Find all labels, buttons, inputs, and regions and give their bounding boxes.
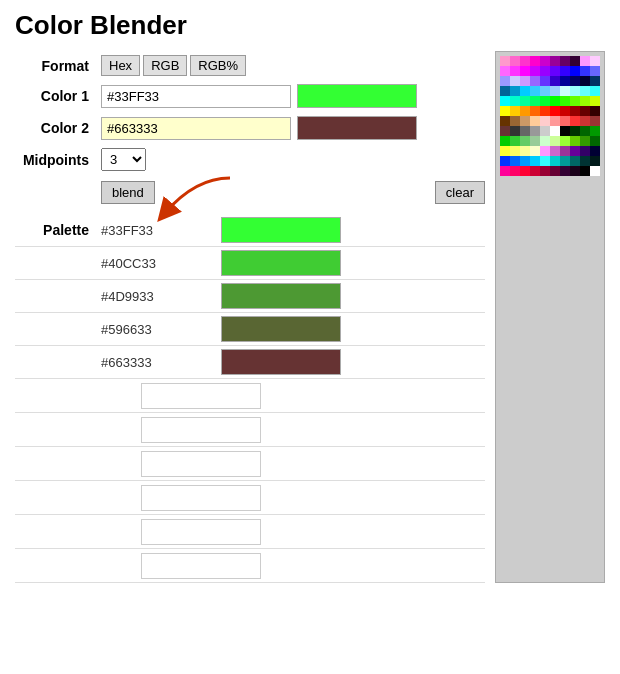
color-cell[interactable] [560,106,570,116]
format-hex-button[interactable]: Hex [101,55,140,76]
color-cell[interactable] [510,126,520,136]
color-cell[interactable] [590,146,600,156]
color-cell[interactable] [590,96,600,106]
color-cell[interactable] [520,96,530,106]
color-cell[interactable] [530,106,540,116]
color-cell[interactable] [550,86,560,96]
color-cell[interactable] [530,166,540,176]
color-cell[interactable] [590,136,600,146]
color-cell[interactable] [530,136,540,146]
color-cell[interactable] [570,156,580,166]
color-cell[interactable] [550,56,560,66]
color-grid[interactable] [500,56,600,176]
color-cell[interactable] [550,136,560,146]
color-cell[interactable] [590,156,600,166]
color-cell[interactable] [520,56,530,66]
color-cell[interactable] [580,126,590,136]
color-cell[interactable] [580,76,590,86]
color-cell[interactable] [590,76,600,86]
color-cell[interactable] [570,76,580,86]
color-cell[interactable] [510,156,520,166]
color-cell[interactable] [520,116,530,126]
color-cell[interactable] [500,136,510,146]
color-cell[interactable] [580,106,590,116]
clear-button[interactable]: clear [435,181,485,204]
color-cell[interactable] [550,146,560,156]
color-cell[interactable] [500,76,510,86]
color-cell[interactable] [580,146,590,156]
color-cell[interactable] [510,136,520,146]
color-cell[interactable] [520,76,530,86]
color-cell[interactable] [590,106,600,116]
color1-input[interactable] [101,85,291,108]
color-cell[interactable] [560,56,570,66]
color-cell[interactable] [510,56,520,66]
color-cell[interactable] [530,86,540,96]
color-cell[interactable] [530,126,540,136]
color-cell[interactable] [590,126,600,136]
color-cell[interactable] [590,56,600,66]
color-cell[interactable] [590,86,600,96]
color-cell[interactable] [560,86,570,96]
format-rgbpct-button[interactable]: RGB% [190,55,246,76]
color-cell[interactable] [550,166,560,176]
color-cell[interactable] [570,86,580,96]
color-cell[interactable] [510,116,520,126]
color-cell[interactable] [570,56,580,66]
color-cell[interactable] [580,116,590,126]
color-cell[interactable] [520,126,530,136]
color-cell[interactable] [540,136,550,146]
color-cell[interactable] [510,166,520,176]
color-cell[interactable] [530,56,540,66]
palette-swatch-0[interactable] [221,217,341,243]
color-cell[interactable] [520,166,530,176]
midpoints-select[interactable]: 0 1 2 3 4 5 6 7 8 9 10 [101,148,146,171]
color-cell[interactable] [500,86,510,96]
color-cell[interactable] [550,66,560,76]
color-cell[interactable] [590,66,600,76]
color-cell[interactable] [530,156,540,166]
color-cell[interactable] [540,146,550,156]
color-cell[interactable] [580,56,590,66]
color-cell[interactable] [500,96,510,106]
palette-swatch-2[interactable] [221,283,341,309]
color-cell[interactable] [540,126,550,136]
color-cell[interactable] [500,106,510,116]
color-cell[interactable] [560,166,570,176]
color-cell[interactable] [540,116,550,126]
color-cell[interactable] [580,66,590,76]
color-cell[interactable] [510,106,520,116]
color-cell[interactable] [500,156,510,166]
color-cell[interactable] [530,66,540,76]
color2-input[interactable] [101,117,291,140]
color-cell[interactable] [510,96,520,106]
color-cell[interactable] [550,156,560,166]
color-cell[interactable] [540,166,550,176]
color-cell[interactable] [530,146,540,156]
color-cell[interactable] [500,56,510,66]
color-cell[interactable] [500,166,510,176]
color-cell[interactable] [560,66,570,76]
color-cell[interactable] [590,166,600,176]
color-cell[interactable] [540,76,550,86]
color-cell[interactable] [560,96,570,106]
color-cell[interactable] [530,96,540,106]
color-cell[interactable] [540,156,550,166]
color-cell[interactable] [510,66,520,76]
color-cell[interactable] [540,86,550,96]
color-cell[interactable] [570,136,580,146]
format-rgb-button[interactable]: RGB [143,55,187,76]
color-cell[interactable] [520,156,530,166]
color-cell[interactable] [570,166,580,176]
palette-swatch-1[interactable] [221,250,341,276]
color-cell[interactable] [580,96,590,106]
color-cell[interactable] [570,66,580,76]
color-cell[interactable] [520,146,530,156]
color-cell[interactable] [510,76,520,86]
color-cell[interactable] [570,116,580,126]
color-cell[interactable] [580,86,590,96]
color-cell[interactable] [540,96,550,106]
color-cell[interactable] [560,146,570,156]
color-cell[interactable] [560,136,570,146]
color-cell[interactable] [560,76,570,86]
